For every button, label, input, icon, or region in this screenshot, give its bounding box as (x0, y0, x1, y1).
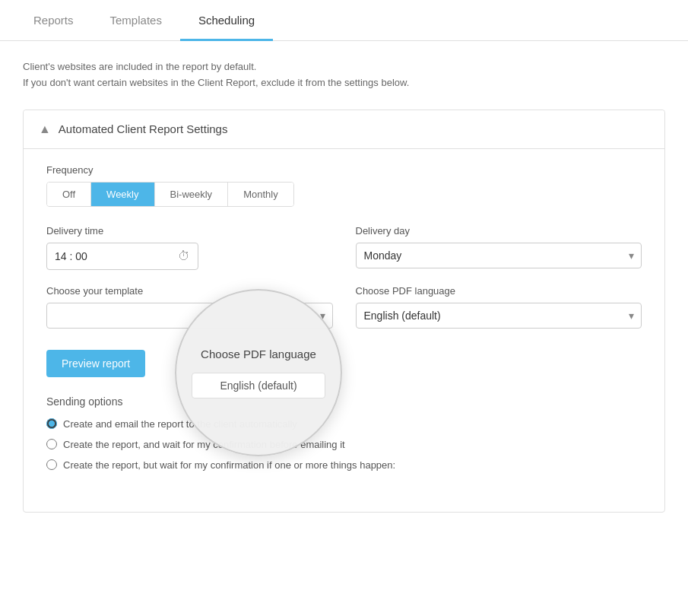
tab-reports[interactable]: Reports (15, 0, 92, 40)
template-group: Choose your template (46, 285, 333, 329)
pdf-language-group: Choose PDF language English (default) Fr… (356, 285, 642, 329)
chevron-icon: ▲ (39, 122, 51, 136)
freq-monthly[interactable]: Monthly (228, 183, 293, 206)
tab-templates[interactable]: Templates (92, 0, 180, 40)
frequency-group: Frequency Off Weekly Bi-weekly Monthly (46, 164, 642, 207)
info-line1: Client's websites are included in the re… (23, 59, 665, 75)
radio-confirm-issues-input[interactable] (46, 459, 57, 470)
sending-options-title: Sending options (46, 395, 642, 408)
radio-auto-input[interactable] (46, 418, 57, 429)
template-label: Choose your template (46, 285, 333, 297)
radio-confirm-label: Create the report, and wait for my confi… (63, 439, 345, 450)
radio-confirm[interactable]: Create the report, and wait for my confi… (46, 439, 642, 450)
accordion-title: Automated Client Report Settings (59, 122, 228, 135)
template-select-wrapper (46, 303, 333, 329)
frequency-label: Frequency (46, 164, 642, 176)
tabs-nav: Reports Templates Scheduling (0, 0, 688, 41)
radio-auto[interactable]: Create and email the report to the clien… (46, 418, 642, 430)
radio-confirm-issues[interactable]: Create the report, but wait for my confi… (46, 459, 642, 471)
pdf-language-select-wrapper: English (default) French German Spanish (356, 303, 642, 329)
radio-confirm-input[interactable] (46, 439, 57, 449)
tab-scheduling[interactable]: Scheduling (180, 0, 273, 40)
freq-biweekly[interactable]: Bi-weekly (155, 183, 229, 206)
time-field[interactable] (55, 250, 116, 262)
clock-icon: ⏱ (178, 249, 190, 263)
pdf-language-select[interactable]: English (default) French German Spanish (356, 303, 642, 329)
frequency-buttons: Off Weekly Bi-weekly Monthly (46, 182, 294, 207)
delivery-row: Delivery time ⏱ Delivery day Monday Tues… (46, 225, 642, 270)
radio-group: Create and email the report to the clien… (46, 418, 642, 471)
freq-off[interactable]: Off (47, 183, 91, 206)
template-row: Choose your template Choose PDF language… (46, 285, 642, 329)
delivery-day-group: Delivery day Monday Tuesday Wednesday Th… (356, 225, 642, 270)
template-select[interactable] (46, 303, 333, 329)
accordion-body: Frequency Off Weekly Bi-weekly Monthly D… (24, 148, 664, 512)
radio-confirm-issues-label: Create the report, but wait for my confi… (63, 459, 395, 471)
delivery-day-select-wrapper: Monday Tuesday Wednesday Thursday Friday… (356, 243, 642, 268)
preview-report-button[interactable]: Preview report (46, 350, 145, 377)
delivery-time-input[interactable]: ⏱ (46, 243, 198, 270)
delivery-time-group: Delivery time ⏱ (46, 225, 333, 270)
sending-options-group: Sending options Create and email the rep… (46, 395, 642, 471)
delivery-time-label: Delivery time (46, 225, 333, 237)
freq-weekly[interactable]: Weekly (91, 183, 154, 206)
accordion-header[interactable]: ▲ Automated Client Report Settings (24, 110, 664, 148)
radio-auto-label: Create and email the report to the clien… (63, 418, 297, 430)
main-content: Client's websites are included in the re… (0, 41, 688, 531)
info-block: Client's websites are included in the re… (23, 59, 665, 91)
delivery-day-label: Delivery day (356, 225, 642, 237)
info-line2: If you don't want certain websites in th… (23, 75, 665, 91)
accordion: ▲ Automated Client Report Settings Frequ… (23, 110, 665, 513)
delivery-day-select[interactable]: Monday Tuesday Wednesday Thursday Friday… (356, 243, 642, 268)
pdf-language-label: Choose PDF language (356, 285, 642, 297)
